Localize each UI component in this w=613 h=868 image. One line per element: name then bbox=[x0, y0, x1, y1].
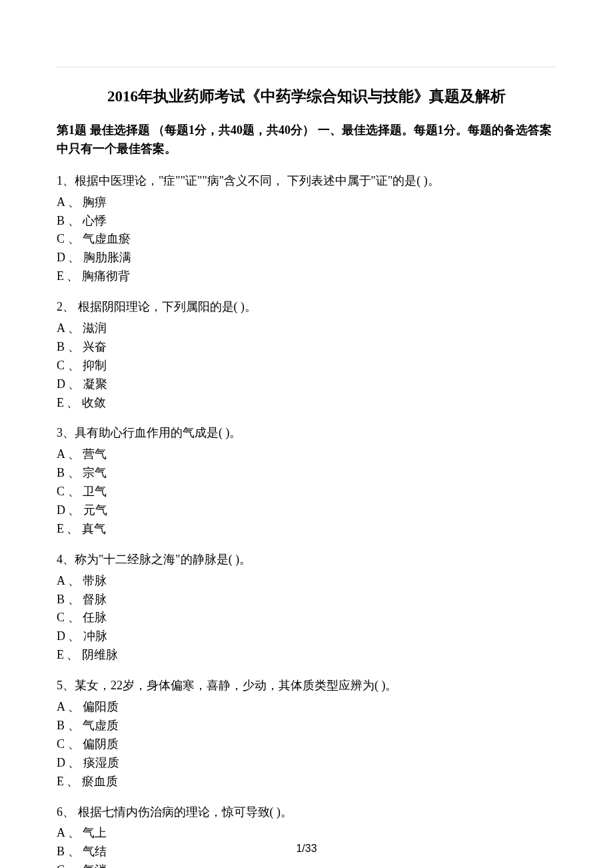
question-4: 4、称为"十二经脉之海"的静脉是( )。 A 、 带脉 B 、 督脉 C 、 任… bbox=[57, 551, 556, 665]
option-e: E 、 真气 bbox=[57, 520, 556, 539]
question-5: 5、某女，22岁，身体偏寒，喜静，少动，其体质类型应辨为( )。 A 、 偏阳质… bbox=[57, 677, 556, 791]
option-b: B 、 气虚质 bbox=[57, 717, 556, 735]
option-c: C 、 抑制 bbox=[57, 357, 556, 375]
option-b: B 、 兴奋 bbox=[57, 338, 556, 357]
top-divider bbox=[57, 67, 556, 67]
option-a: A 、 气上 bbox=[57, 824, 556, 843]
option-d: D 、 胸肋胀满 bbox=[57, 249, 556, 267]
option-c: C 、 偏阴质 bbox=[57, 735, 556, 754]
option-a: A 、 偏阳质 bbox=[57, 698, 556, 717]
option-d: D 、 凝聚 bbox=[57, 375, 556, 394]
option-a: A 、 带脉 bbox=[57, 572, 556, 591]
option-c: C 、 任脉 bbox=[57, 609, 556, 627]
option-d: D 、 痰湿质 bbox=[57, 754, 556, 773]
option-e: E 、 瘀血质 bbox=[57, 773, 556, 791]
option-c: C 、 气虚血瘀 bbox=[57, 230, 556, 249]
option-b: B 、 宗气 bbox=[57, 464, 556, 483]
option-e: E 、 阴维脉 bbox=[57, 646, 556, 665]
option-e: E 、 收敛 bbox=[57, 394, 556, 413]
question-stem: 4、称为"十二经脉之海"的静脉是( )。 bbox=[57, 551, 556, 569]
option-d: D 、 元气 bbox=[57, 501, 556, 520]
option-e: E 、 胸痛彻背 bbox=[57, 267, 556, 286]
question-3: 3、具有助心行血作用的气成是( )。 A 、 营气 B 、 宗气 C 、 卫气 … bbox=[57, 424, 556, 538]
page-number: 1/33 bbox=[0, 843, 613, 855]
option-a: A 、 胸痹 bbox=[57, 193, 556, 212]
option-b: B 、 心悸 bbox=[57, 212, 556, 231]
question-stem: 3、具有助心行血作用的气成是( )。 bbox=[57, 424, 556, 443]
document-title: 2016年执业药师考试《中药学综合知识与技能》真题及解析 bbox=[57, 86, 556, 107]
option-a: A 、 营气 bbox=[57, 445, 556, 464]
option-c: C 、 卫气 bbox=[57, 483, 556, 501]
question-stem: 5、某女，22岁，身体偏寒，喜静，少动，其体质类型应辨为( )。 bbox=[57, 677, 556, 695]
question-stem: 1、根据中医理论，"症""证""病"含义不同， 下列表述中属于"证"的是( )。 bbox=[57, 172, 556, 191]
option-a: A 、 滋润 bbox=[57, 319, 556, 338]
question-1: 1、根据中医理论，"症""证""病"含义不同， 下列表述中属于"证"的是( )。… bbox=[57, 172, 556, 286]
section-header: 第1题 最佳选择题 （每题1分，共40题，共40分） 一、最佳选择题。每题1分。… bbox=[57, 121, 556, 159]
option-d: D 、 冲脉 bbox=[57, 627, 556, 646]
question-stem: 6、 根据七情内伤治病的理论，惊可导致( )。 bbox=[57, 803, 556, 822]
option-c: C 、 气消 bbox=[57, 861, 556, 868]
option-b: B 、 督脉 bbox=[57, 591, 556, 609]
question-stem: 2、 根据阴阳理论，下列属阳的是( )。 bbox=[57, 298, 556, 317]
question-6: 6、 根据七情内伤治病的理论，惊可导致( )。 A 、 气上 B 、 气结 C … bbox=[57, 803, 556, 869]
page-content: 2016年执业药师考试《中药学综合知识与技能》真题及解析 第1题 最佳选择题 （… bbox=[0, 0, 613, 868]
question-2: 2、 根据阴阳理论，下列属阳的是( )。 A 、 滋润 B 、 兴奋 C 、 抑… bbox=[57, 298, 556, 412]
